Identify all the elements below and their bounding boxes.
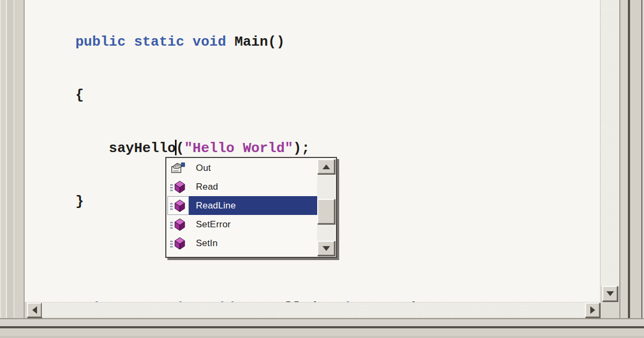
method-icon <box>170 199 186 212</box>
code-segment: sayHello( <box>42 140 184 156</box>
code-segment: ); <box>293 140 310 156</box>
completion-item-readline-selected[interactable]: ReadLine <box>167 196 317 215</box>
vertical-scrollbar-track[interactable] <box>600 0 619 286</box>
code-line: public static void Main() <box>42 33 419 51</box>
arrow-down-icon <box>606 291 614 296</box>
code-line: sayHello("Hello World"); <box>42 140 419 157</box>
completion-item-seterror[interactable]: SetError <box>167 215 317 234</box>
code-segment: Main() <box>226 34 284 50</box>
scrollbar-corner <box>600 302 619 318</box>
method-icon <box>170 181 186 193</box>
intellisense-popup: Out Read <box>165 157 337 258</box>
completion-item-read[interactable]: Read <box>167 177 317 196</box>
code-line: { <box>42 87 419 104</box>
completion-item-label: Read <box>196 182 218 192</box>
arrow-down-icon <box>323 246 330 251</box>
icon-cell <box>167 234 189 253</box>
icon-cell <box>167 177 189 196</box>
popup-scroll-up-button[interactable] <box>317 159 335 174</box>
property-icon <box>170 162 186 175</box>
completion-item-label: SetIn <box>196 238 218 249</box>
method-icon <box>170 237 186 250</box>
code-segment <box>42 34 75 50</box>
horizontal-scrollbar[interactable] <box>25 302 600 318</box>
method-icon <box>170 218 186 231</box>
text-caret <box>175 140 177 155</box>
popup-scrollbar-thumb[interactable] <box>317 199 335 224</box>
arrow-left-icon <box>32 306 37 314</box>
horizontal-scrollbar-track[interactable] <box>42 303 585 318</box>
icon-cell <box>167 159 189 177</box>
popup-scrollbar[interactable] <box>317 159 335 256</box>
code-segment: { <box>42 87 84 103</box>
completion-item-label: ReadLine <box>196 200 236 211</box>
arrow-up-icon <box>323 164 330 169</box>
icon-cell <box>167 196 189 215</box>
scroll-down-button[interactable] <box>602 286 618 301</box>
completion-item-label: Out <box>196 163 211 174</box>
completion-item-label: SetError <box>196 219 231 230</box>
code-segment: public static void <box>75 34 226 50</box>
window-frame-right <box>619 0 644 338</box>
scroll-left-button[interactable] <box>27 303 42 318</box>
popup-scroll-down-button[interactable] <box>317 241 335 256</box>
window-frame-left <box>0 0 25 338</box>
vertical-scrollbar[interactable] <box>600 0 619 318</box>
code-segment: } <box>42 193 84 210</box>
code-segment: "Hello World" <box>184 140 293 156</box>
code-editor-window: public static void Main() { sayHello("He… <box>0 0 644 338</box>
arrow-right-icon <box>590 306 595 314</box>
completion-item-setin[interactable]: SetIn <box>167 234 317 253</box>
scroll-right-button[interactable] <box>585 303 600 318</box>
window-frame-bottom <box>0 318 644 338</box>
completion-list: Out Read <box>167 159 317 253</box>
icon-cell <box>167 215 189 234</box>
completion-item-out[interactable]: Out <box>167 159 317 177</box>
